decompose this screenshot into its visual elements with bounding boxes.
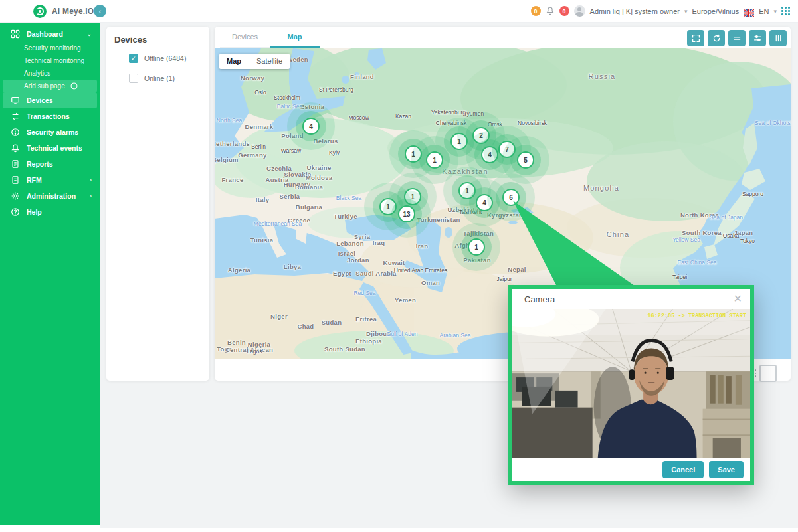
sidebar-item-dashboard[interactable]: Dashboard⌄ (0, 26, 100, 42)
sidebar-item-label: Reports (27, 160, 53, 168)
transactions-icon (11, 112, 21, 122)
devices-filter-panel: Devices ✓Offline (6484)Online (1) (106, 27, 209, 381)
video-timestamp-overlay: 16:22:05 -> TRANSACTION START (648, 313, 746, 319)
sidebar-item-technical-events[interactable]: Technical events (0, 140, 100, 156)
columns-button[interactable] (769, 30, 787, 46)
cluster-count[interactable]: 1 (468, 238, 485, 256)
sidebar-item-label: RFM (27, 176, 42, 184)
sidebar-item-label: Technical monitoring (24, 57, 84, 64)
sidebar-item-label: Administration (27, 192, 76, 200)
checkbox-checked[interactable]: ✓ (129, 54, 138, 63)
cluster-count[interactable]: 5 (517, 151, 534, 169)
checkbox-unchecked[interactable] (129, 74, 138, 83)
sidebar-item-analytics[interactable]: Analytics (0, 67, 100, 80)
timezone-label[interactable]: Europe/Vilnius (692, 7, 739, 15)
sidebar-collapse-button[interactable]: ‹ (94, 5, 106, 17)
sidebar-item-label: Transactions (27, 112, 70, 120)
rfm-icon (11, 175, 21, 185)
cluster-count[interactable]: 6 (502, 189, 520, 206)
close-icon[interactable]: ✕ (734, 294, 742, 304)
sidebar-item-security-monitoring[interactable]: Security monitoring (0, 42, 100, 54)
sidebar-item-transactions[interactable]: Transactions (0, 108, 100, 124)
plus-circle-icon (70, 82, 78, 90)
warning-count-badge[interactable]: 0 (531, 6, 541, 16)
filter-option-label: Online (1) (144, 74, 175, 82)
app-name: AI Meye.IO (52, 7, 94, 16)
chevron-right-icon: › (90, 177, 92, 183)
map-toolbar (687, 30, 787, 46)
list-view-button[interactable] (728, 30, 746, 46)
cluster-count[interactable]: 13 (398, 205, 415, 222)
uk-flag-icon (744, 7, 754, 15)
sidebar-item-label: Devices (27, 96, 53, 104)
filter-option-online-1[interactable]: Online (1) (129, 74, 201, 83)
map-type-map[interactable]: Map (219, 54, 249, 69)
devices-icon (11, 96, 21, 106)
filter-option-offline-6484[interactable]: ✓Offline (6484) (129, 54, 201, 63)
map-type-control: Map Satellite (219, 54, 290, 69)
refresh-button[interactable] (708, 30, 725, 46)
sidebar-item-label: Dashboard (27, 30, 63, 38)
bell-icon (11, 143, 21, 153)
help-icon (11, 207, 21, 217)
user-avatar[interactable] (574, 5, 585, 17)
sidebar-item-add-sub-page[interactable]: Add sub page (3, 80, 97, 92)
sidebar-item-devices[interactable]: Devices (3, 92, 97, 108)
sidebar-item-label: Add sub page (24, 82, 65, 90)
chevron-down-icon: ⌄ (86, 31, 92, 37)
popup-title: Camera (524, 294, 555, 304)
sidebar-nav: Dashboard⌄Security monitoringTechnical m… (0, 22, 100, 525)
sidebar-item-label: Security alarms (27, 128, 78, 136)
sidebar-item-reports[interactable]: Reports (0, 156, 100, 172)
language-label[interactable]: EN (759, 7, 769, 15)
sidebar-item-label: Analytics (24, 70, 50, 77)
sidebar-item-label: Technical events (27, 144, 82, 152)
cluster-count[interactable]: 4 (302, 118, 320, 135)
filter-option-label: Offline (6484) (144, 54, 186, 62)
alarm-icon (11, 128, 21, 137)
sidebar-item-label: Help (27, 208, 42, 216)
notifications-bell-icon[interactable] (546, 6, 555, 17)
filter-panel-title: Devices (114, 35, 201, 44)
user-menu-chevron-icon[interactable]: ▾ (684, 8, 688, 15)
tab-map[interactable]: Map (270, 27, 320, 48)
save-button[interactable]: Save (709, 461, 744, 478)
top-header: AI Meye.IO ‹ 0 0 Admin liq | K| system o… (0, 0, 798, 23)
sidebar-item-technical-monitoring[interactable]: Technical monitoring (0, 54, 100, 67)
cancel-button[interactable]: Cancel (662, 461, 704, 478)
app-logo: AI Meye.IO (33, 5, 94, 18)
camera-video-frame: 16:22:05 -> TRANSACTION START (512, 309, 750, 458)
filter-settings-button[interactable] (749, 30, 766, 46)
sidebar-item-rfm[interactable]: RFM› (0, 172, 100, 188)
row-checkbox[interactable] (759, 365, 777, 382)
app-logo-icon (33, 5, 47, 18)
apps-grid-icon[interactable] (781, 7, 790, 15)
sidebar-item-administration[interactable]: Administration› (0, 188, 100, 204)
chevron-right-icon: › (90, 193, 92, 199)
sidebar-item-label: Security monitoring (24, 44, 81, 52)
gear-icon (11, 191, 21, 201)
map-type-satellite[interactable]: Satellite (249, 54, 290, 69)
fullscreen-button[interactable] (687, 30, 704, 46)
alert-count-badge[interactable]: 0 (559, 6, 569, 16)
tab-devices[interactable]: Devices (220, 27, 270, 48)
dashboard-icon (11, 29, 21, 39)
sidebar-item-help[interactable]: Help (0, 204, 100, 220)
sidebar-item-security-alarms[interactable]: Security alarms (0, 124, 100, 140)
user-name[interactable]: Admin liq | K| system owner (590, 7, 680, 15)
camera-popup: Camera ✕ (508, 285, 754, 485)
language-chevron-icon[interactable]: ▾ (773, 8, 777, 15)
report-icon (11, 159, 21, 169)
